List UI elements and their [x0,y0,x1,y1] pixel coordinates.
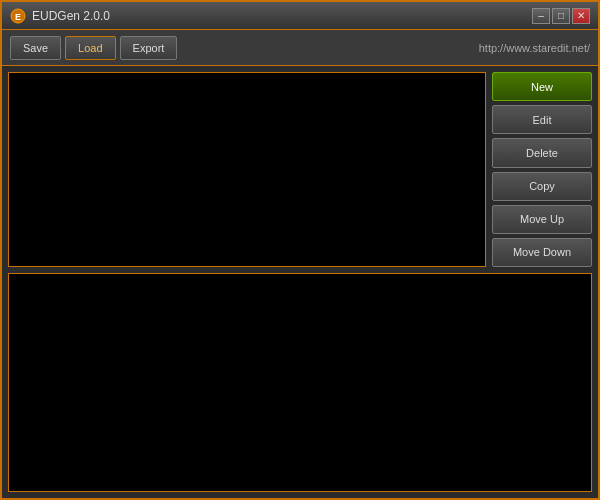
app-icon: E [10,8,26,24]
move-up-button[interactable]: Move Up [492,205,592,234]
main-window: E EUDGen 2.0.0 – □ ✕ Save Load Export ht… [0,0,600,500]
maximize-button[interactable]: □ [552,8,570,24]
title-bar: E EUDGen 2.0.0 – □ ✕ [2,2,598,30]
lower-panel[interactable] [8,273,592,492]
move-down-button[interactable]: Move Down [492,238,592,267]
copy-button[interactable]: Copy [492,172,592,201]
new-button[interactable]: New [492,72,592,101]
minimize-button[interactable]: – [532,8,550,24]
side-buttons: New Edit Delete Copy Move Up Move Down [492,72,592,267]
upper-section: New Edit Delete Copy Move Up Move Down [8,72,592,267]
window-title: EUDGen 2.0.0 [32,9,110,23]
close-button[interactable]: ✕ [572,8,590,24]
load-button[interactable]: Load [65,36,115,60]
list-panel[interactable] [8,72,486,267]
edit-button[interactable]: Edit [492,105,592,134]
title-controls: – □ ✕ [532,8,590,24]
svg-text:E: E [15,12,21,22]
save-button[interactable]: Save [10,36,61,60]
delete-button[interactable]: Delete [492,138,592,167]
website-url: http://www.staredit.net/ [479,42,590,54]
title-bar-left: E EUDGen 2.0.0 [10,8,110,24]
main-content: New Edit Delete Copy Move Up Move Down [2,66,598,498]
toolbar: Save Load Export http://www.staredit.net… [2,30,598,66]
export-button[interactable]: Export [120,36,178,60]
